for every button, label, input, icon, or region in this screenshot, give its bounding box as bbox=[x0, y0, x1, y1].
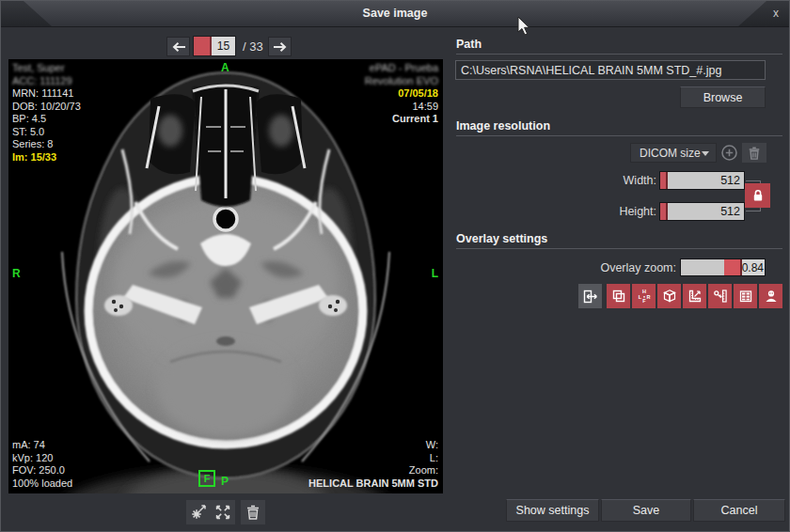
in-out-arrows-icon bbox=[582, 289, 598, 305]
toggle-grid-button[interactable] bbox=[734, 284, 757, 308]
save-button[interactable]: Save bbox=[601, 499, 691, 522]
width-spinner[interactable]: 512 bbox=[659, 171, 745, 190]
image-number-spinner[interactable]: 15 bbox=[193, 36, 236, 56]
path-section-divider bbox=[456, 54, 782, 55]
title-bar: Save image x bbox=[1, 1, 789, 27]
svg-text:H: H bbox=[641, 289, 645, 294]
slider-fill[interactable] bbox=[724, 259, 740, 275]
overlay-section-divider bbox=[456, 248, 782, 249]
trash-icon bbox=[748, 146, 761, 161]
arrow-right-icon bbox=[273, 41, 288, 53]
overlay-top-left: Test, Super ACC: 111129 MRN: 111141 DOB:… bbox=[12, 62, 81, 164]
size-preset-value: DICOM size bbox=[640, 147, 701, 160]
orientation-right: R bbox=[12, 267, 21, 280]
height-label: Height: bbox=[528, 205, 656, 218]
kvp-line: kVp: 120 bbox=[12, 452, 72, 465]
orientation-posterior: P bbox=[221, 475, 229, 488]
expand-arrows-icon bbox=[214, 504, 231, 521]
image-count-label: / 33 bbox=[243, 39, 263, 54]
patient-name: Test, Super bbox=[12, 62, 81, 75]
toggle-measurements-button[interactable] bbox=[683, 284, 706, 308]
mrn-line: MRN: 111141 bbox=[12, 87, 81, 101]
toggle-patient-info-button[interactable] bbox=[759, 284, 782, 308]
orientation-anterior: A bbox=[221, 61, 229, 74]
series-line: Series: 8 bbox=[12, 138, 81, 151]
level-line: L: bbox=[308, 452, 438, 465]
delete-preset-button[interactable] bbox=[742, 143, 766, 163]
browse-button[interactable]: Browse bbox=[680, 86, 766, 108]
ma-line: mA: 74 bbox=[12, 439, 72, 452]
path-section-heading: Path bbox=[456, 38, 482, 51]
overlay-bottom-left: mA: 74 kVp: 120 FOV: 250.0 100% loaded bbox=[12, 439, 72, 490]
study-time: 14:59 bbox=[365, 101, 438, 114]
lock-icon bbox=[752, 189, 764, 202]
add-preset-button[interactable] bbox=[719, 143, 739, 163]
toggle-scale-button[interactable] bbox=[708, 284, 732, 308]
svg-text:F: F bbox=[642, 298, 646, 304]
sparkle-arrow-icon bbox=[190, 504, 207, 521]
path-input[interactable] bbox=[455, 60, 766, 80]
bp-line: BP: 4.5 bbox=[12, 113, 81, 126]
overlay-zoom-value[interactable]: 0.84 bbox=[742, 259, 765, 275]
spinner-fill[interactable] bbox=[194, 37, 212, 55]
person-icon bbox=[764, 289, 779, 304]
toggle-orientation-markers-button[interactable]: HLRF bbox=[632, 284, 656, 308]
mouse-cursor bbox=[517, 16, 531, 37]
save-image-dialog: Save image x 15 / 33 bbox=[0, 0, 790, 532]
trash-icon bbox=[245, 504, 261, 521]
current-image-number[interactable]: 15 bbox=[212, 37, 235, 55]
ruler-angle-icon bbox=[687, 289, 703, 304]
width-value[interactable]: 512 bbox=[668, 172, 744, 189]
current-label: Current 1 bbox=[365, 113, 438, 126]
toggle-3d-cube-button[interactable] bbox=[657, 284, 681, 308]
st-line: ST: 5.0 bbox=[12, 126, 81, 139]
plus-circle-icon bbox=[720, 144, 738, 162]
accession-number: ACC: 111129 bbox=[12, 75, 81, 88]
resolution-section-divider bbox=[456, 135, 782, 136]
fit-to-window-button[interactable] bbox=[211, 500, 235, 524]
arrow-left-icon bbox=[171, 41, 186, 53]
slider-track[interactable] bbox=[681, 259, 724, 275]
height-spinner[interactable]: 512 bbox=[659, 202, 745, 221]
size-preset-dropdown[interactable]: DICOM size bbox=[630, 143, 717, 163]
chevron-down-icon bbox=[702, 151, 709, 156]
toggle-annotations-button[interactable] bbox=[607, 284, 630, 308]
aspect-lock-button[interactable] bbox=[745, 183, 770, 208]
overlay-zoom-slider[interactable]: 0.84 bbox=[680, 258, 766, 276]
ct-image-viewport[interactable]: Test, Super ACC: 111129 MRN: 111141 DOB:… bbox=[8, 59, 443, 493]
next-image-button[interactable] bbox=[268, 37, 292, 56]
series-description: HELICAL BRAIN 5MM STD bbox=[308, 477, 438, 491]
image-index-line: Im: 15/33 bbox=[12, 151, 81, 164]
overlay-section-heading: Overlay settings bbox=[456, 232, 547, 245]
overlay-bottom-right: W: L: Zoom: HELICAL BRAIN 5MM STD bbox=[308, 439, 438, 490]
stacked-frames-icon bbox=[611, 289, 626, 304]
height-value[interactable]: 512 bbox=[668, 203, 744, 220]
window-line: W: bbox=[308, 439, 438, 452]
orientation-letters-icon: HLRF bbox=[637, 289, 652, 304]
cancel-button[interactable]: Cancel bbox=[693, 499, 785, 522]
auto-adjust-button[interactable] bbox=[186, 500, 211, 524]
overlay-zoom-label: Overlay zoom: bbox=[528, 261, 676, 274]
scanner-line: Revolution EVO bbox=[365, 75, 438, 88]
overlay-top-right: ePAD - Prueba Revolution EVO 07/05/18 14… bbox=[365, 62, 438, 126]
overlay-toggle-row: HLRF bbox=[578, 284, 782, 308]
orientation-left: L bbox=[432, 267, 438, 280]
study-date: 07/05/18 bbox=[365, 87, 438, 101]
show-settings-button[interactable]: Show settings bbox=[506, 499, 599, 522]
loaded-line: 100% loaded bbox=[12, 477, 72, 491]
close-icon[interactable]: x bbox=[768, 6, 783, 21]
cube-3d-icon bbox=[662, 289, 677, 304]
delete-image-button[interactable] bbox=[241, 500, 265, 524]
key-ruler-icon bbox=[713, 289, 728, 304]
toggle-all-overlays-button[interactable] bbox=[578, 284, 602, 308]
svg-text:R: R bbox=[646, 294, 650, 300]
zoom-line: Zoom: bbox=[308, 464, 438, 477]
previous-image-button[interactable] bbox=[166, 37, 190, 56]
orientation-feet-box: F bbox=[198, 470, 215, 487]
dob-line: DOB: 10/20/73 bbox=[12, 101, 81, 114]
fov-line: FOV: 250.0 bbox=[12, 464, 72, 477]
table-grid-icon bbox=[738, 289, 753, 304]
dialog-title: Save image bbox=[1, 7, 789, 20]
institution-line: ePAD - Prueba bbox=[365, 62, 438, 75]
width-label: Width: bbox=[528, 174, 656, 187]
